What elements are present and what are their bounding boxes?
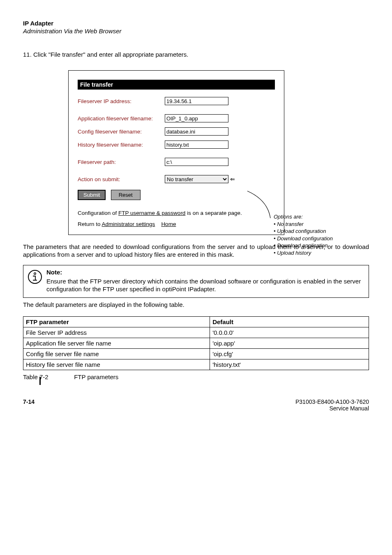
col-param-header: FTP parameter: [23, 316, 210, 327]
app-file-input[interactable]: [165, 114, 228, 122]
page-number: 7-14: [23, 398, 35, 412]
table-caption: Table 7-2 FTP parameters: [23, 373, 369, 380]
ftp-params-table: FTP parameter Default File Server IP add…: [23, 316, 369, 370]
options-item: Download application: [277, 242, 328, 249]
cell-param: File Server IP address: [23, 327, 210, 338]
reset-button[interactable]: Reset: [111, 190, 141, 200]
cell-param: Application file server file name: [23, 338, 210, 348]
svg-point-1: [34, 272, 36, 274]
admin-settings-link[interactable]: Administrator settings: [102, 221, 155, 227]
caption-label: Table 7-2: [23, 373, 72, 380]
svg-point-0: [28, 270, 42, 283]
product-subtitle: Administration Via the Web Browser: [23, 28, 369, 35]
step-text: Click "File transfer" and enter all appr…: [33, 51, 188, 58]
fileserver-path-input[interactable]: [165, 158, 228, 166]
config-file-label: Config fileserver filename:: [78, 129, 165, 135]
submit-button[interactable]: Submit: [78, 190, 106, 200]
page-header: IP Adapter Administration Via the Web Br…: [23, 20, 369, 35]
note-body: Note: Ensure that the FTP server directo…: [46, 269, 364, 293]
options-item: No transfer: [277, 221, 303, 227]
ftp-credentials-link[interactable]: FTP username & password: [118, 210, 185, 216]
form-panel-container: File transfer Fileserver IP address: App…: [68, 70, 369, 235]
callout-curve-icon: [246, 189, 275, 219]
table-row: File Server IP address '0.0.0.0': [23, 327, 369, 338]
table-row: Application file server file name 'oip.a…: [23, 338, 369, 348]
note-text: Ensure that the FTP server directory whi…: [46, 278, 364, 293]
col-default-header: Default: [210, 316, 369, 327]
note-box: Note: Ensure that the FTP server directo…: [23, 265, 369, 298]
config-file-input[interactable]: [165, 127, 228, 136]
fileserver-path-label: Fileserver path:: [78, 159, 165, 165]
section-title: File transfer: [78, 80, 275, 90]
config-note: Configuration of FTP username & password…: [78, 210, 275, 216]
config-note-suffix: is on a separate page.: [185, 210, 242, 216]
button-row: Submit Reset: [78, 190, 275, 200]
fileserver-ip-label: Fileserver IP address:: [78, 98, 165, 104]
config-note-prefix: Configuration of: [78, 210, 118, 216]
change-bar-icon: [39, 377, 41, 385]
product-title: IP Adapter: [23, 20, 369, 27]
cell-param: Config file server file name: [23, 348, 210, 359]
page-footer: 7-14 P31003-E8400-A100-3-7620 Service Ma…: [23, 398, 369, 412]
caption-text: FTP parameters: [74, 373, 118, 380]
history-file-label: History fileserver filename:: [78, 142, 165, 148]
note-title: Note:: [46, 269, 364, 276]
options-title: Options are:: [274, 214, 303, 220]
cell-default: 'oip.cfg': [210, 348, 369, 359]
doc-type: Service Manual: [295, 405, 369, 412]
options-item: Download configuration: [277, 235, 333, 242]
cell-default: 'oip.app': [210, 338, 369, 348]
cell-default: 'history.txt': [210, 359, 369, 370]
callout-pointer-icon: ⇐: [228, 175, 235, 183]
doc-info: P31003-E8400-A100-3-7620 Service Manual: [295, 398, 369, 412]
options-legend: Options are: • No transfer • Upload conf…: [274, 213, 372, 256]
app-file-label: Application fileserver filename:: [78, 115, 165, 122]
defaults-intro: The default parameters are displayed in …: [23, 301, 369, 308]
step-instruction: 11. Click "File transfer" and enter all …: [23, 51, 369, 58]
doc-id: P31003-E8400-A100-3-7620: [295, 398, 369, 405]
options-item: Upload history: [277, 250, 311, 256]
options-callout: Options are: • No transfer • Upload conf…: [274, 213, 372, 256]
history-file-input[interactable]: [165, 140, 228, 149]
return-links: Return to Administrator settings Home: [78, 221, 275, 227]
action-label: Action on submit:: [78, 176, 165, 182]
info-icon: [28, 269, 42, 293]
action-select[interactable]: No transfer: [165, 175, 228, 183]
home-link[interactable]: Home: [161, 221, 176, 227]
table-row: Config file server file name 'oip.cfg': [23, 348, 369, 359]
fileserver-ip-input[interactable]: [165, 97, 228, 105]
step-number: 11.: [23, 51, 32, 58]
cell-param: History file server file name: [23, 359, 210, 370]
return-prefix: Return to: [78, 221, 102, 227]
table-header-row: FTP parameter Default: [23, 316, 369, 327]
cell-default: '0.0.0.0': [210, 327, 369, 338]
table-row: History file server file name 'history.t…: [23, 359, 369, 370]
options-item: Upload configuration: [277, 228, 326, 234]
